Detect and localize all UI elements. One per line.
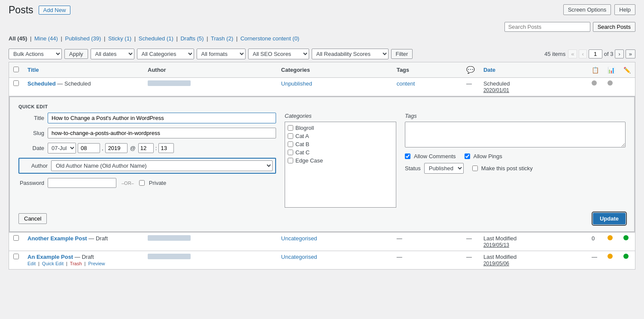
private-checkbox[interactable] [139, 180, 145, 186]
date-min-input[interactable] [158, 143, 174, 153]
add-new-button[interactable]: Add New [39, 6, 71, 15]
quick-edit-link[interactable]: Quick Edit [42, 261, 64, 266]
date-field-label: Date [18, 145, 44, 151]
search-input[interactable] [504, 22, 590, 32]
cat-b-checkbox[interactable] [288, 141, 293, 147]
tags-field-label: Tags [405, 113, 626, 119]
readability-dot-gray [608, 80, 613, 86]
first-page-button[interactable]: « [568, 49, 577, 58]
filter-published[interactable]: Published (39) [65, 35, 101, 42]
date-month-select[interactable]: 07-Jul [48, 143, 76, 153]
dates-select[interactable]: All dates [91, 49, 134, 59]
search-posts-button[interactable]: Search Posts [593, 22, 635, 32]
author-select[interactable]: Old Author Name (Old Author Name) [51, 160, 273, 171]
readability-icon: 📊 [608, 67, 615, 74]
post-seo-count-cell: 0 [587, 233, 603, 251]
category-item-blogroll[interactable]: Blogroll [288, 125, 393, 131]
category-item-edge-case[interactable]: Edge Case [288, 157, 393, 164]
cancel-button[interactable]: Cancel [18, 213, 47, 224]
quick-edit-row: QUICK EDIT Title Slug [9, 96, 635, 233]
filter-trash[interactable]: Trash (2) [211, 35, 233, 42]
trash-link[interactable]: Trash [70, 261, 82, 266]
row-checkbox[interactable] [13, 235, 19, 241]
category-link[interactable]: Uncategorised [281, 254, 317, 260]
readability-select[interactable]: All Readability Scores [312, 49, 389, 59]
category-item-cat-a[interactable]: Cat A [288, 133, 393, 139]
quick-edit-title-input[interactable] [48, 113, 276, 123]
preview-link[interactable]: Preview [88, 261, 105, 266]
categories-select[interactable]: All Categories [137, 49, 194, 59]
filter-drafts[interactable]: Drafts (5) [180, 35, 204, 42]
current-page-input[interactable] [589, 49, 602, 58]
seo-dot-orange [608, 235, 613, 240]
slug-field-label: Slug [18, 130, 44, 136]
filter-cornerstone[interactable]: Cornerstone content (0) [240, 35, 299, 42]
select-all-checkbox[interactable] [13, 67, 19, 72]
post-title-cell: Scheduled — Scheduled [23, 78, 143, 96]
screen-options-button[interactable]: Screen Options [563, 4, 611, 15]
password-field-label: Password [18, 180, 44, 186]
edit-link[interactable]: Edit [27, 261, 36, 266]
status-select[interactable]: Published [424, 163, 464, 174]
table-row: An Example Post — Draft Edit | Quick Edi… [9, 251, 635, 270]
readability-dot-green [623, 235, 629, 240]
categories-field-label: Categories [285, 113, 396, 119]
pen-icon: ✏️ [623, 67, 631, 74]
post-title-link[interactable]: Scheduled [27, 80, 56, 87]
formats-select[interactable]: All formats [197, 49, 246, 59]
cat-b-label: Cat B [295, 141, 310, 147]
allow-comments-checkbox[interactable] [405, 153, 410, 159]
row-actions: Edit | Quick Edit | Trash | Preview [27, 261, 139, 266]
title-column-header[interactable]: Title [23, 62, 143, 78]
update-button[interactable]: Update [593, 213, 626, 224]
quick-edit-slug-input[interactable] [48, 128, 276, 138]
date-day-input[interactable] [78, 143, 100, 153]
or-label: –OR– [122, 181, 134, 186]
date-hour-input[interactable] [138, 143, 154, 153]
items-count: 45 items [544, 51, 565, 57]
sticky-checkbox[interactable] [472, 166, 478, 171]
cat-blogroll-checkbox[interactable] [288, 125, 293, 131]
last-page-button[interactable]: » [626, 49, 635, 58]
filter-all[interactable]: All (45) [9, 35, 27, 42]
post-comments-cell: — [462, 233, 479, 251]
tag-link[interactable]: content [397, 80, 415, 87]
category-link[interactable]: Uncategorised [281, 235, 317, 242]
date-column-header[interactable]: Date [479, 62, 587, 78]
filter-mine[interactable]: Mine (44) [34, 35, 58, 42]
row-checkbox[interactable] [13, 254, 19, 259]
post-seo-count-cell: — [587, 251, 603, 270]
post-title-link[interactable]: Another Example Post [27, 235, 87, 242]
at-label: @ [129, 145, 137, 151]
post-seo-dot-cell [603, 251, 619, 270]
cat-a-checkbox[interactable] [288, 133, 293, 139]
readability-column-header: 📊 [603, 62, 619, 78]
filter-scheduled[interactable]: Scheduled (1) [139, 35, 173, 42]
post-categories-cell: Unpublished [277, 78, 392, 96]
filter-button[interactable]: Filter [391, 49, 413, 59]
prev-page-button[interactable]: ‹ [579, 49, 586, 58]
filter-sticky[interactable]: Sticky (1) [108, 35, 131, 42]
apply-button[interactable]: Apply [64, 49, 88, 59]
allow-pings-label: Allow Pings [474, 153, 502, 160]
next-page-button[interactable]: › [615, 49, 623, 58]
category-link[interactable]: Unpublished [281, 80, 312, 87]
category-item-cat-c[interactable]: Cat C [288, 149, 393, 156]
post-comments-cell: — [462, 78, 479, 96]
cat-c-checkbox[interactable] [288, 150, 293, 155]
allow-pings-checkbox[interactable] [465, 153, 470, 159]
seo-scores-select[interactable]: All SEO Scores [248, 49, 309, 59]
cat-edge-checkbox[interactable] [288, 158, 293, 163]
table-row: Another Example Post — Draft Uncategoris… [9, 233, 635, 251]
help-button[interactable]: Help [614, 4, 635, 15]
post-title-link[interactable]: An Example Post [27, 254, 73, 260]
row-checkbox[interactable] [13, 80, 19, 86]
categories-list[interactable]: Blogroll Cat A Cat B [285, 122, 396, 208]
tags-textarea[interactable] [405, 122, 626, 147]
seo-icon: 📋 [592, 67, 599, 74]
author-field-label: Author [22, 163, 48, 169]
password-input[interactable] [48, 178, 116, 188]
date-year-input[interactable] [105, 143, 128, 153]
bulk-actions-select[interactable]: Bulk Actions [9, 49, 62, 59]
category-item-cat-b[interactable]: Cat B [288, 141, 393, 147]
